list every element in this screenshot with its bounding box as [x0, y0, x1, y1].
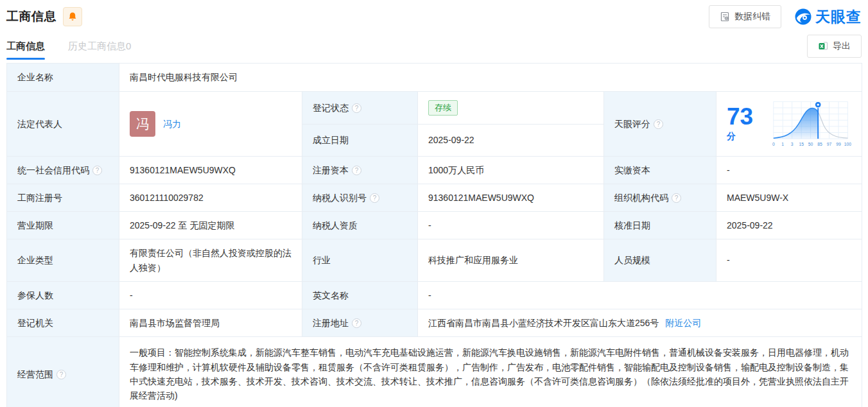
table-row: 登记机关 南昌县市场监督管理局 注册地址? 江西省南昌市南昌县小蓝经济技术开发区…	[7, 309, 862, 337]
help-icon[interactable]: ?	[352, 318, 361, 328]
reg-authority-value: 南昌县市场监督管理局	[119, 309, 302, 337]
svg-text:15: 15	[799, 142, 804, 146]
insured-count-label: 参保人数	[7, 282, 119, 309]
staff-size-label: 人员规模	[604, 239, 716, 282]
score-label-cell: 天眼评分?	[604, 92, 716, 157]
establish-date-value: 2025-09-22	[418, 124, 604, 157]
nearby-companies-link[interactable]: 附近公司	[665, 318, 701, 328]
data-correction-icon	[720, 12, 730, 22]
panel-header: 工商信息 数据纠错	[6, 0, 862, 31]
english-name-label: 英文名称	[302, 282, 418, 309]
credit-code-label: 统一社会信用代码	[17, 165, 89, 175]
org-code-label-cell: 组织机构代码?	[604, 184, 716, 212]
data-correction-button[interactable]: 数据纠错	[709, 5, 781, 28]
tab-history-business-info[interactable]: 历史工商信息0	[68, 31, 131, 62]
reg-number-label: 工商注册号	[7, 184, 119, 212]
reg-authority-label: 登记机关	[7, 309, 119, 337]
business-scope-label: 经营范围	[17, 369, 53, 379]
credit-code-value: 91360121MAEW5U9WXQ	[119, 157, 302, 184]
table-row: 工商注册号 360121110029782 纳税人识别号? 91360121MA…	[7, 184, 862, 212]
svg-text:97: 97	[827, 142, 832, 146]
help-icon[interactable]: ?	[56, 370, 66, 379]
reg-capital-label-cell: 注册资本?	[302, 157, 418, 184]
score-number: 73分	[727, 105, 762, 143]
business-scope-value: 一般项目：智能控制系统集成，新能源汽车整车销售，电动汽车充电基础设施运营，新能源…	[119, 337, 862, 407]
tab-business-info[interactable]: 工商信息	[6, 31, 45, 62]
data-correction-label: 数据纠错	[734, 11, 770, 22]
header-right: 数据纠错 天眼查	[709, 5, 862, 28]
tianyancha-logo-icon	[794, 8, 812, 26]
legal-rep-avatar[interactable]: 冯	[130, 111, 155, 137]
business-scope-label-cell: 经营范围?	[7, 337, 119, 407]
tab-history-business-info-label: 历史工商信息0	[68, 40, 131, 53]
page-title: 工商信息	[6, 8, 56, 25]
business-term-label: 营业期限	[7, 212, 119, 239]
reg-capital-label: 注册资本	[313, 165, 349, 175]
table-row: 营业期限 2025-09-22 至 无固定期限 纳税人资质 - 核准日期 202…	[7, 212, 862, 239]
table-row: 企业类型 有限责任公司（非自然人投资或控股的法人独资） 行业 科技推广和应用服务…	[7, 239, 862, 282]
reg-address-label: 注册地址	[313, 318, 349, 328]
taxpayer-quality-label: 纳税人资质	[302, 212, 418, 239]
company-type-label: 企业类型	[7, 239, 119, 282]
score-label: 天眼评分	[614, 119, 650, 129]
approval-date-label: 核准日期	[604, 212, 716, 239]
table-row: 参保人数 - 英文名称 -	[7, 282, 862, 309]
reg-status-label-cell: 登记状态?	[302, 92, 418, 125]
svg-text:85: 85	[817, 142, 822, 146]
org-code-value: MAEW5U9W-X	[716, 184, 862, 212]
english-name-value: -	[418, 282, 862, 309]
business-info-table: 企业名称 南昌时代电服科技有限公司 法定代表人 冯 冯力 登记状态? 存续 天眼…	[6, 63, 862, 407]
help-icon[interactable]: ?	[352, 103, 361, 113]
brand-name: 天眼查	[815, 7, 862, 27]
score-value: 73	[727, 103, 753, 130]
reg-address-value: 江西省南昌市南昌县小蓝经济技术开发区富山东大道256号	[428, 318, 659, 328]
svg-text:1: 1	[781, 142, 784, 146]
credit-code-label-cell: 统一社会信用代码?	[7, 157, 119, 184]
taxpayer-id-label: 纳税人识别号	[313, 193, 367, 203]
reg-address-label-cell: 注册地址?	[302, 309, 418, 337]
svg-text:50: 50	[808, 142, 813, 146]
taxpayer-id-value: 91360121MAEW5U9WXQ	[418, 184, 604, 212]
svg-text:3: 3	[791, 142, 794, 146]
table-row: 统一社会信用代码? 91360121MAEW5U9WXQ 注册资本? 1000万…	[7, 157, 862, 184]
business-term-value: 2025-09-22 至 无固定期限	[119, 212, 302, 239]
help-icon[interactable]: ?	[92, 166, 102, 175]
reg-status-label: 登记状态	[313, 103, 349, 113]
reg-capital-value: 1000万人民币	[418, 157, 604, 184]
staff-size-value: -	[716, 239, 862, 282]
help-icon[interactable]: ?	[352, 166, 361, 175]
table-row: 法定代表人 冯 冯力 登记状态? 存续 天眼评分? 73分	[7, 92, 862, 125]
svg-text:0: 0	[772, 142, 775, 146]
brand-logo[interactable]: 天眼查	[794, 7, 862, 27]
industry-value: 科技推广和应用服务业	[418, 239, 604, 282]
paid-capital-label: 实缴资本	[604, 157, 716, 184]
help-icon[interactable]: ?	[654, 119, 663, 129]
insured-count-value: -	[119, 282, 302, 309]
approval-date-value: 2025-09-22	[716, 212, 862, 239]
export-button[interactable]: 导出	[807, 35, 862, 58]
help-icon[interactable]: ?	[672, 193, 681, 203]
monitor-bell-button[interactable]	[63, 7, 82, 26]
legal-rep-link[interactable]: 冯力	[163, 117, 181, 131]
legal-rep-label: 法定代表人	[7, 92, 119, 157]
company-name-value: 南昌时代电服科技有限公司	[119, 64, 862, 92]
company-type-value: 有限责任公司（非自然人投资或控股的法人独资）	[119, 239, 302, 282]
industry-label: 行业	[302, 239, 418, 282]
tab-business-info-label: 工商信息	[6, 40, 45, 53]
help-icon[interactable]: ?	[370, 193, 379, 203]
paid-capital-value: -	[716, 157, 862, 184]
company-name-label: 企业名称	[7, 64, 119, 92]
taxpayer-quality-value: -	[418, 212, 604, 239]
status-badge: 存续	[428, 100, 458, 116]
score-cell: 73分	[716, 92, 862, 157]
score-unit: 分	[727, 131, 736, 141]
table-row: 经营范围? 一般项目：智能控制系统集成，新能源汽车整车销售，电动汽车充电基础设施…	[7, 337, 862, 407]
score-axis-labels: 0 1 3 15 50 85 97 99 100	[772, 142, 851, 146]
table-row: 企业名称 南昌时代电服科技有限公司	[7, 64, 862, 92]
reg-number-value: 360121110029782	[119, 184, 302, 212]
svg-text:100: 100	[844, 142, 851, 146]
business-info-panel: 工商信息 数据纠错	[0, 0, 868, 407]
tab-bar: 工商信息 历史工商信息0 导出	[6, 31, 862, 62]
taxpayer-id-label-cell: 纳税人识别号?	[302, 184, 418, 212]
score-distribution-chart: 0 1 3 15 50 85 97 99 100	[770, 100, 851, 148]
